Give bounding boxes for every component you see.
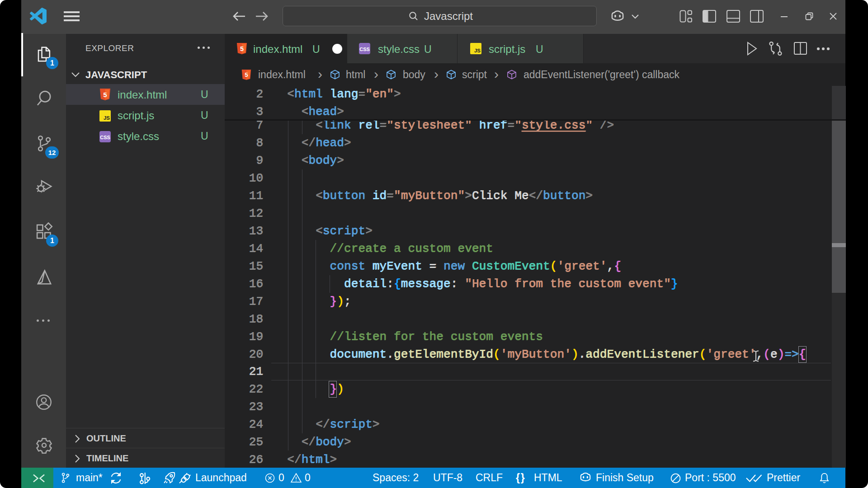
svg-text:CSS: CSS: [100, 135, 110, 140]
svg-text:5: 5: [245, 71, 248, 78]
svg-text:5: 5: [103, 91, 107, 99]
svg-text:JS: JS: [474, 48, 481, 53]
svg-text:JS: JS: [104, 115, 110, 121]
svg-text:5: 5: [240, 45, 244, 52]
svg-text:CSS: CSS: [359, 47, 370, 52]
